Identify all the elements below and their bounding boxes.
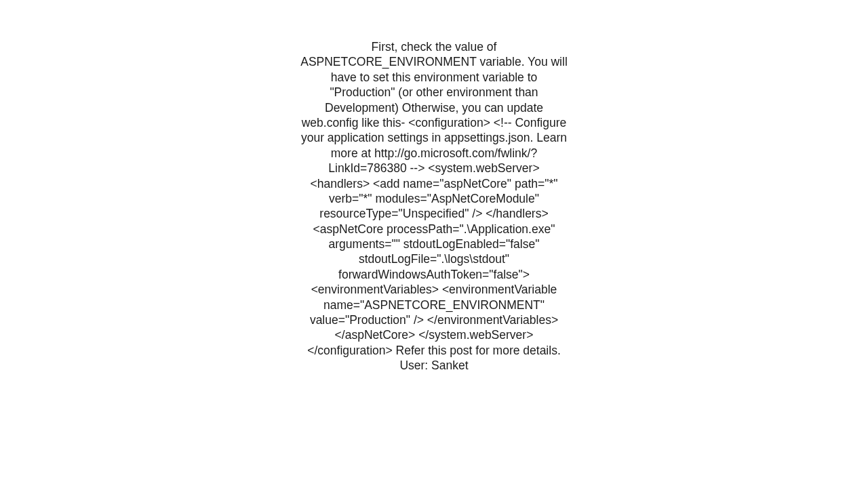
post-body: First, check the value of ASPNETCORE_ENV… [298, 39, 570, 488]
